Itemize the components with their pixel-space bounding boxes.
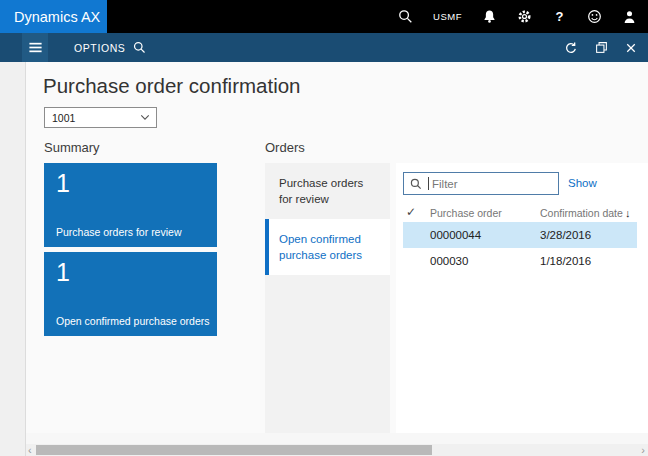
table-row[interactable]: 000030 1/18/2016 bbox=[403, 248, 637, 274]
page-title: Purchase order confirmation bbox=[43, 74, 301, 98]
cell-purchase-order: 00000044 bbox=[430, 229, 481, 241]
search-icon[interactable] bbox=[398, 9, 413, 25]
column-header-purchase-order[interactable]: Purchase order bbox=[430, 207, 502, 219]
table-row-selected[interactable]: 00000044 3/28/2016 bbox=[403, 222, 637, 248]
filter-input[interactable] bbox=[430, 177, 558, 191]
tile-label: Purchase orders for review bbox=[56, 226, 181, 238]
list-item-purchase-orders-for-review[interactable]: Purchase orders for review bbox=[265, 163, 390, 219]
help-icon[interactable]: ? bbox=[552, 9, 567, 25]
scroll-right-icon[interactable]: › bbox=[641, 444, 645, 456]
top-bar: Dynamics AX USMF ? bbox=[0, 0, 648, 33]
nav-search-icon[interactable] bbox=[133, 41, 146, 54]
table-header-row: ✓ Purchase order Confirmation date↓ bbox=[403, 205, 637, 222]
vendor-selector-dropdown[interactable]: 1001 bbox=[44, 107, 157, 128]
orders-heading: Orders bbox=[265, 140, 305, 155]
select-all-checkmark-icon[interactable]: ✓ bbox=[406, 205, 416, 219]
settings-gear-icon[interactable] bbox=[517, 9, 532, 25]
summary-heading: Summary bbox=[44, 140, 100, 155]
hamburger-menu-icon[interactable] bbox=[22, 33, 48, 62]
orders-list-panel: Purchase orders for review Open confirme… bbox=[265, 163, 390, 434]
cell-purchase-order: 000030 bbox=[430, 255, 468, 267]
bottom-band bbox=[26, 433, 648, 444]
refresh-icon[interactable] bbox=[563, 40, 579, 56]
cell-confirmation-date: 3/28/2016 bbox=[540, 229, 591, 241]
options-menu[interactable]: OPTIONS bbox=[74, 42, 125, 54]
filter-search-icon bbox=[410, 178, 422, 190]
horizontal-scrollbar[interactable]: ‹ › bbox=[26, 444, 648, 456]
close-icon[interactable] bbox=[623, 40, 639, 56]
left-gutter bbox=[0, 62, 26, 456]
column-header-label: Confirmation date bbox=[540, 207, 623, 219]
app-logo: Dynamics AX bbox=[0, 0, 107, 33]
app-window: Dynamics AX USMF ? OPT bbox=[0, 0, 648, 456]
scroll-left-icon[interactable]: ‹ bbox=[28, 444, 32, 456]
feedback-smiley-icon[interactable] bbox=[587, 9, 602, 25]
tile-label: Open confirmed purchase orders bbox=[56, 315, 210, 327]
sort-descending-icon: ↓ bbox=[625, 207, 631, 219]
user-account-icon[interactable] bbox=[622, 9, 637, 25]
column-header-confirmation-date[interactable]: Confirmation date↓ bbox=[540, 207, 630, 219]
tile-count: 1 bbox=[56, 258, 70, 287]
company-badge[interactable]: USMF bbox=[433, 11, 462, 22]
restore-window-icon[interactable] bbox=[593, 40, 609, 56]
selector-value: 1001 bbox=[52, 112, 140, 124]
tile-count: 1 bbox=[56, 169, 70, 198]
notifications-bell-icon[interactable] bbox=[482, 9, 497, 25]
table-background bbox=[396, 163, 648, 433]
cell-confirmation-date: 1/18/2016 bbox=[540, 255, 591, 267]
filter-box bbox=[403, 172, 559, 195]
summary-tile-open-confirmed[interactable]: 1 Open confirmed purchase orders bbox=[44, 252, 217, 336]
show-link[interactable]: Show bbox=[568, 177, 597, 189]
brand-label: Dynamics AX bbox=[14, 9, 100, 25]
scrollbar-thumb[interactable] bbox=[36, 445, 432, 455]
summary-tile-review[interactable]: 1 Purchase orders for review bbox=[44, 163, 217, 247]
text-cursor bbox=[428, 177, 429, 190]
nav-bar: OPTIONS bbox=[0, 33, 648, 62]
list-item-open-confirmed-purchase-orders[interactable]: Open confirmed purchase orders bbox=[265, 219, 390, 275]
chevron-down-icon bbox=[140, 114, 150, 121]
